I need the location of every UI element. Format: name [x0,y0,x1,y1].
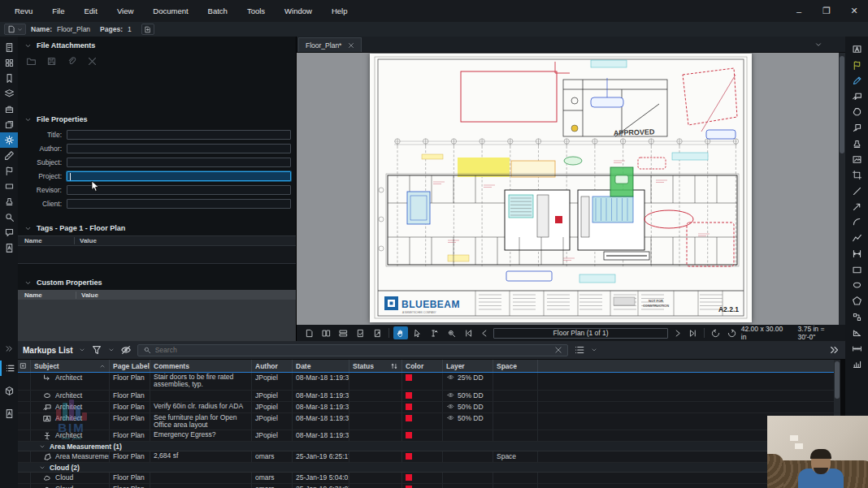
markup-row[interactable]: ArchitectFloor PlanSee furniture plan fo… [18,413,834,431]
hide-markups-icon[interactable] [120,344,132,356]
side-by-side-button[interactable] [319,326,333,339]
panel-tab-bookmarks[interactable] [0,71,18,86]
panel-tab-search[interactable] [0,209,18,225]
select-text-tool-button[interactable] [427,326,442,339]
col-author[interactable]: Author [252,360,293,372]
tab-list-chevron-icon[interactable] [814,41,822,49]
close-button[interactable]: ✕ [840,0,868,22]
measure-count-tool-button[interactable] [848,356,866,372]
tags-col-name[interactable]: Name [18,237,75,244]
tab-floor-plan[interactable]: Floor_Plan* [298,37,362,52]
panel-tab-layers[interactable] [0,86,18,101]
clear-search-icon[interactable] [554,346,562,354]
zoom-tool-button[interactable] [445,326,459,339]
image-tool-button[interactable] [848,152,866,167]
filter-icon[interactable] [91,344,102,356]
file-properties-section[interactable]: File Properties [18,110,296,127]
menu-revu[interactable]: Revu [7,3,41,19]
markup-summary-tab[interactable] [0,406,18,421]
cp-col-value[interactable]: Value [76,292,98,299]
menu-tools[interactable]: Tools [239,3,273,19]
subject-field[interactable] [67,158,291,167]
tags-table-body[interactable] [18,246,296,264]
layer-visibility-icon[interactable] [446,374,455,381]
group-row[interactable]: Area Measurement (1) [18,442,834,451]
polyline-tool-button[interactable] [848,231,866,246]
dimension-tool-button[interactable] [848,246,866,261]
pdf-page[interactable]: APPROVED [370,54,752,322]
rectangle-tool-button[interactable] [848,261,866,277]
tags-col-value[interactable]: Value [75,237,97,244]
document-menu-button[interactable] [4,24,26,35]
col-page-label[interactable]: Page Label [110,360,150,372]
col-status[interactable]: Status [349,360,402,372]
stamp-tool-button[interactable] [848,136,866,151]
collapse-group-icon[interactable] [39,443,46,450]
flag-tool-button[interactable] [848,57,866,72]
title-field[interactable] [67,130,291,140]
menu-document[interactable]: Document [145,3,196,19]
panel-tab-measurements[interactable] [0,148,18,163]
markup-row[interactable]: Area MeasurementFloor Plan2,684 sfomars2… [18,451,834,463]
split-horizontal-button[interactable] [370,326,384,339]
canvas-scrollbar[interactable] [839,53,845,325]
panel-tab-markup-summary[interactable] [0,240,18,256]
col-subject[interactable]: Subject [31,360,110,372]
col-layer[interactable]: Layer [443,360,493,372]
page-indicator[interactable]: Floor Plan (1 of 1) [493,328,667,339]
markup-row[interactable]: ArchitectFloor PlanStair doors to be fir… [18,372,834,391]
group-row[interactable]: Cloud (2) [18,463,834,473]
panel-tab-toolbox[interactable] [0,101,18,117]
layer-visibility-icon[interactable] [446,414,455,421]
split-vertical-button[interactable] [353,326,367,339]
polygon-cloud-tool-button[interactable] [848,105,866,120]
restore-button[interactable]: ❐ [813,0,840,22]
color-swatch[interactable] [406,415,412,421]
continuous-button[interactable] [336,326,350,339]
color-swatch[interactable] [406,392,412,399]
cp-col-name[interactable]: Name [18,292,76,299]
col-date[interactable]: Date [293,360,349,372]
3d-model-tab[interactable] [0,383,18,399]
file-attachments-section[interactable]: File Attachments [18,37,296,53]
next-page-button[interactable] [671,326,684,339]
col-space[interactable]: Space [493,360,538,372]
filter-chevron-icon[interactable] [108,347,115,353]
panel-tab-file-attachments[interactable] [0,40,18,55]
panel-tab-thumbnails[interactable] [0,55,18,71]
previous-page-button[interactable] [478,326,492,339]
sort-icon[interactable] [390,362,398,370]
layer-visibility-icon[interactable] [446,403,455,410]
snapshot-tool-button[interactable] [848,309,866,325]
tags-section[interactable]: Tags - Page 1 - Floor Plan [18,219,296,235]
markup-row[interactable]: ArchitectFloor PlanVerify 60in clr. radi… [18,402,834,413]
first-page-button[interactable] [462,326,475,339]
open-attachment-icon[interactable] [26,56,37,67]
markup-row[interactable]: ArchitectFloor PlanJPopiel08-Mar-18 1:19… [18,391,834,402]
menu-edit[interactable]: Edit [76,3,106,19]
line-tool-button[interactable] [848,184,866,199]
panel-tab-signatures[interactable] [0,163,18,179]
custom-properties-section[interactable]: Custom Properties [18,274,296,290]
pdf-canvas[interactable]: APPROVED [297,53,845,325]
last-page-button[interactable] [687,326,701,339]
arc-tool-button[interactable] [848,214,866,230]
panel-tab-comments[interactable] [0,225,18,240]
panel-tab-properties[interactable] [0,132,18,148]
color-swatch[interactable] [406,374,412,381]
menu-help[interactable]: Help [323,3,356,19]
menu-window[interactable]: Window [276,3,320,19]
new-page-button[interactable] [141,24,154,35]
select-tool-button[interactable] [410,326,425,339]
layer-visibility-icon[interactable] [446,391,455,399]
author-field[interactable] [67,144,291,153]
columns-chevron-icon[interactable] [591,347,597,353]
revisor-field[interactable] [67,185,291,195]
project-field[interactable] [67,171,291,181]
color-swatch[interactable] [406,404,412,410]
pen-tool-button[interactable] [848,73,866,89]
area-tool-button[interactable] [848,325,866,340]
panel-tab-windows[interactable] [0,117,18,132]
tab-close-icon[interactable] [348,42,354,49]
minimize-button[interactable]: – [785,0,813,22]
